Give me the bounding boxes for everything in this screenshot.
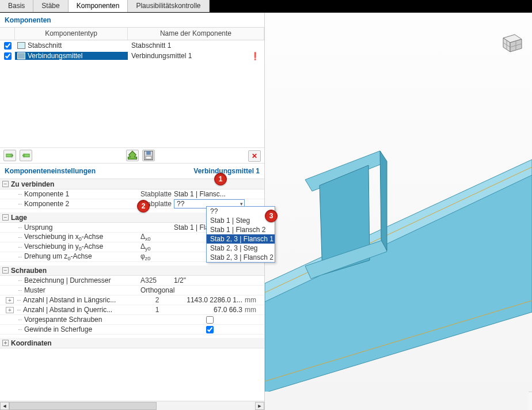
scroll-right-button[interactable]: ► [255, 402, 264, 410]
col-name: Name der Komponente [128, 28, 264, 40]
color-swatch [17, 42, 25, 49]
type-label: Verbindungsmittel [28, 52, 82, 60]
checkbox-gewinde[interactable] [206, 326, 214, 333]
callout-2: 2 [137, 200, 150, 212]
dropdown-option[interactable]: Stab 1 | Flansch 2 [207, 225, 275, 234]
settings-current: Verbindungsmittel 1 [193, 167, 260, 175]
row-checkbox[interactable] [4, 42, 12, 50]
components-title: Komponenten [0, 13, 264, 27]
group-schrauben[interactable]: − Schrauben [0, 265, 264, 276]
components-toolbar: ✕ [0, 147, 264, 164]
svg-rect-4 [146, 156, 151, 159]
save-button[interactable] [142, 150, 155, 161]
expand-icon[interactable]: + [6, 307, 14, 313]
callout-1: 1 [214, 173, 227, 185]
tab-basis[interactable]: Basis [0, 0, 33, 12]
view-cube[interactable] [497, 31, 524, 54]
row-komponente1[interactable]: Komponente 1 Stabplatte Stab 1 | Flansc.… [0, 189, 264, 199]
color-swatch [17, 52, 25, 59]
callout-3: 3 [265, 210, 278, 222]
warning-icon: ❗ [250, 52, 260, 60]
load-button[interactable] [126, 150, 139, 161]
collapse-icon[interactable]: − [2, 214, 9, 221]
settings-title: Komponenteneinstellungen [5, 167, 96, 175]
horizontal-scrollbar[interactable]: ◄ ► [0, 401, 264, 410]
row-checkbox[interactable] [4, 52, 12, 60]
dropdown-option[interactable]: Stab 2, 3 | Flansch 2 [207, 253, 275, 262]
svg-rect-1 [24, 154, 29, 157]
table-row[interactable]: Verbindungsmittel Verbindungsmittel 1 ❗ [0, 51, 264, 61]
view-toolbar: X Y Z -Z [529, 392, 532, 410]
checkbox-vorgespannt[interactable] [206, 316, 214, 324]
dropdown-option[interactable]: Stab 2, 3 | Steg [207, 244, 275, 253]
tab-staebe[interactable]: Stäbe [33, 0, 68, 12]
type-label: Stabschnitt [28, 41, 62, 50]
row-gewinde[interactable]: Gewinde in Scherfuge [0, 325, 264, 335]
col-type: Komponententyp [15, 28, 128, 40]
row-vorgespannt[interactable]: Vorgespannte Schrauben [0, 315, 264, 325]
dropdown-option[interactable]: Stab 2, 3 | Flansch 1 [207, 234, 275, 244]
row-anzahl-laengs[interactable]: + Anzahl | Abstand in Längsric... 2 1143… [0, 295, 264, 305]
expand-icon[interactable]: + [6, 297, 14, 303]
row-anzahl-quer[interactable]: + Anzahl | Abstand in Querric... 1 67.0 … [0, 305, 264, 315]
svg-marker-12 [380, 151, 387, 250]
delete-button[interactable]: ✕ [248, 150, 261, 162]
table-row[interactable]: Stabschnitt Stabschnitt 1 [0, 40, 264, 51]
collapse-icon[interactable]: − [2, 267, 9, 274]
collapse-icon[interactable]: − [2, 181, 9, 187]
insert-button[interactable] [20, 150, 32, 161]
components-table: Komponententyp Name der Komponente Stabs… [0, 27, 264, 147]
viewport-3d[interactable]: z x [265, 13, 532, 410]
tabstrip: Basis Stäbe Komponenten Plausibilitätsko… [0, 0, 532, 13]
name-label: Stabschnitt 1 [131, 41, 171, 50]
name-label: Verbindungsmittel 1 [131, 52, 192, 60]
row-bezeichnung[interactable]: Bezeichnung | Durchmesser A325 1/2" [0, 276, 264, 286]
expand-icon[interactable]: + [2, 340, 9, 346]
tab-plausibilitaet[interactable]: Plausibilitätskontrolle [128, 0, 209, 12]
group-koordinaten[interactable]: + Koordinaten [0, 338, 264, 348]
add-button[interactable] [3, 150, 16, 161]
scroll-left-button[interactable]: ◄ [0, 402, 9, 410]
tab-komponenten[interactable]: Komponenten [69, 0, 128, 12]
scroll-thumb[interactable] [9, 402, 157, 410]
svg-rect-0 [6, 154, 12, 157]
svg-rect-3 [146, 151, 151, 155]
row-muster[interactable]: Muster Orthogonal [0, 286, 264, 295]
